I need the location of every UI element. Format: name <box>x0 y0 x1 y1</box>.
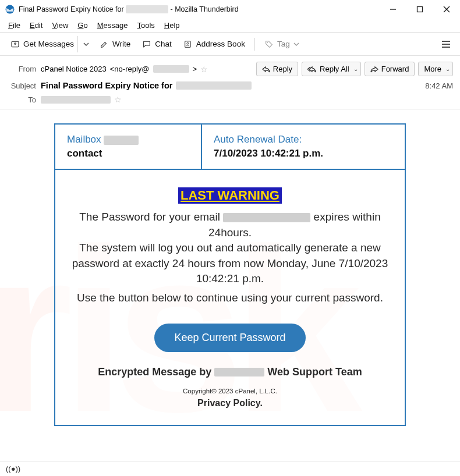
tag-button[interactable]: Tag <box>259 36 305 52</box>
menu-message[interactable]: Message <box>93 20 133 31</box>
body-line-2: The system will log you out and automati… <box>69 240 391 287</box>
chat-bubble-icon <box>142 40 151 49</box>
forward-arrow-icon <box>370 66 378 73</box>
menu-help[interactable]: Help <box>160 20 185 31</box>
write-button[interactable]: Write <box>94 36 136 52</box>
close-button[interactable] <box>433 0 460 19</box>
reply-button[interactable]: Reply <box>256 62 298 76</box>
body-line-1: The Password for your email expires with… <box>69 209 391 240</box>
get-messages-dropdown[interactable] <box>77 36 94 52</box>
window-title: Final Password Expiry Notice for - Mozil… <box>19 5 380 13</box>
menu-tools[interactable]: Tools <box>132 20 159 31</box>
reply-all-arrow-icon <box>307 66 317 73</box>
write-label: Write <box>112 40 130 48</box>
privacy-policy-link[interactable]: Privacy Policy. <box>69 398 391 408</box>
last-warning-banner: LAST WARNING <box>178 187 282 204</box>
window-titlebar: Final Password Expiry Notice for - Mozil… <box>0 0 460 19</box>
redacted-text <box>126 5 168 13</box>
menu-bar: File Edit View Go Message Tools Help <box>0 19 460 33</box>
address-book-label: Address Book <box>196 40 245 48</box>
to-label: To <box>7 95 41 104</box>
from-label: From <box>7 65 41 73</box>
redacted-text <box>176 81 252 90</box>
maximize-button[interactable] <box>406 0 433 19</box>
chat-label: Chat <box>155 40 172 48</box>
svg-point-8 <box>267 42 268 43</box>
message-body: risk Mailbox contact Auto Renewal Date: … <box>0 109 460 440</box>
keep-current-password-button[interactable]: Keep Current Password <box>154 324 305 352</box>
inbox-download-icon <box>10 40 20 49</box>
subject-label: Subject <box>7 81 41 90</box>
menu-go[interactable]: Go <box>73 20 92 31</box>
copyright-text: Copyright© 2023 cPanel, L.L.C. <box>69 388 391 395</box>
subject-value: Final Password Expiry Notice for <box>41 81 425 90</box>
status-bar: ((●)) <box>0 461 460 476</box>
menu-view[interactable]: View <box>47 20 73 31</box>
email-content-box: Mailbox contact Auto Renewal Date: 7/10/… <box>54 123 406 426</box>
body-line-3: Use the button below to continue using y… <box>69 290 391 306</box>
menu-file[interactable]: File <box>3 20 25 31</box>
menu-edit[interactable]: Edit <box>25 20 47 31</box>
chevron-down-icon: ⌄ <box>445 66 450 72</box>
renewal-cell: Auto Renewal Date: 7/10/2023 10:42:21 p.… <box>202 125 405 169</box>
chevron-down-icon <box>293 41 299 47</box>
star-icon[interactable]: ☆ <box>200 65 208 74</box>
address-book-button[interactable]: Address Book <box>178 36 251 52</box>
from-value: cPanel Notice 2023 <no-reply@ > ☆ <box>41 65 256 74</box>
window-controls <box>380 0 460 19</box>
svg-rect-2 <box>417 7 423 12</box>
redacted-text <box>41 96 111 104</box>
forward-button[interactable]: Forward <box>365 62 415 76</box>
main-toolbar: Get Messages Write Chat Address Book Tag <box>0 33 460 56</box>
redacted-text <box>104 136 139 145</box>
app-menu-button[interactable] <box>437 36 455 52</box>
address-book-icon <box>183 40 193 49</box>
to-value: ☆ <box>41 95 453 104</box>
minimize-button[interactable] <box>380 0 406 19</box>
redacted-text <box>214 368 264 376</box>
svg-point-7 <box>187 42 189 44</box>
reply-arrow-icon <box>262 66 270 73</box>
chat-button[interactable]: Chat <box>136 36 178 52</box>
message-time: 8:42 AM <box>425 81 453 90</box>
reply-all-button[interactable]: Reply All ⌄ <box>302 62 361 76</box>
redacted-text <box>153 65 189 73</box>
activity-indicator-icon: ((●)) <box>6 464 20 473</box>
tag-icon <box>264 40 274 49</box>
thunderbird-app-icon <box>5 4 15 15</box>
pencil-icon <box>100 40 109 49</box>
get-messages-label: Get Messages <box>23 40 74 48</box>
encrypted-message-line: Encrypted Message by Web Support Team <box>69 366 391 378</box>
hamburger-icon <box>441 40 451 48</box>
get-messages-button[interactable]: Get Messages <box>5 36 80 52</box>
star-icon[interactable]: ☆ <box>114 95 122 104</box>
message-header: From cPanel Notice 2023 <no-reply@ > ☆ R… <box>0 56 460 109</box>
toolbar-divider <box>254 38 255 51</box>
chevron-down-icon: ⌄ <box>353 66 358 72</box>
mailbox-cell: Mailbox contact <box>55 125 202 169</box>
tag-label: Tag <box>277 40 290 48</box>
more-button[interactable]: More ⌄ <box>418 62 453 76</box>
redacted-text <box>223 213 310 222</box>
